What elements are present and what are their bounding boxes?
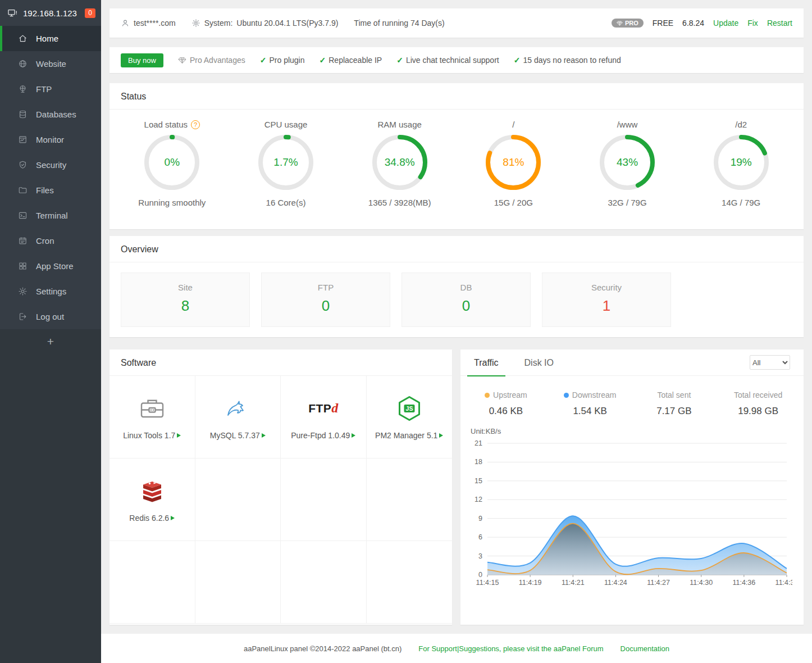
traffic-stats: Upstream0.46 KBDownstream1.54 KBTotal se…	[460, 376, 804, 418]
sidebar-item-terminal[interactable]: Terminal	[0, 203, 101, 228]
mysql-icon	[224, 394, 251, 423]
software-cell-empty	[367, 458, 453, 541]
sidebar-item-log-out[interactable]: Log out	[0, 304, 101, 329]
gauge-title: /d2	[735, 120, 747, 129]
support-forum-link[interactable]: For Support|Suggestions, please visit th…	[418, 644, 603, 653]
footer: aaPanelLinux panel ©2014-2022 aaPanel (b…	[101, 634, 812, 663]
topbar-right: PRO FREE 6.8.24 Update Fix Restart	[612, 19, 792, 28]
databases-icon	[18, 110, 28, 119]
promo-feature-replaceable-ip: ✓Replaceable IP	[320, 56, 382, 65]
gauge-sub-label: Running smoothly	[115, 198, 229, 207]
bottom-row: Software Linux Tools 1.7MySQL 5.7.37FTPd…	[110, 349, 804, 625]
software-item-label: MySQL 5.7.37	[210, 431, 260, 440]
sidebar-item-ftp[interactable]: FTP	[0, 76, 101, 102]
fix-link[interactable]: Fix	[747, 19, 758, 28]
software-item-label: Redis 6.2.6	[129, 514, 169, 523]
add-shortcut-button[interactable]: +	[0, 329, 101, 354]
traffic-range-select[interactable]: All	[750, 355, 790, 370]
server-ip: 192.168.1.123	[23, 8, 77, 18]
gauge-: /81%15G / 20G	[457, 120, 571, 207]
message-count-badge[interactable]: 0	[85, 8, 95, 18]
software-cell-empty	[110, 541, 195, 624]
software-title: Software	[110, 349, 452, 376]
overview-card-security[interactable]: Security1	[542, 273, 671, 327]
sidebar-item-security[interactable]: Security	[0, 152, 101, 178]
gauge-percent: 81%	[485, 134, 541, 190]
traffic-stat-downstream: Downstream1.54 KB	[548, 390, 632, 417]
gauge-percent: 34.8%	[372, 134, 428, 190]
pro-badge[interactable]: PRO	[612, 19, 644, 28]
restart-link[interactable]: Restart	[767, 19, 792, 28]
software-item-label: PM2 Manager 5.1	[375, 431, 437, 440]
gauge-percent: 1.7%	[258, 134, 314, 190]
svg-text:11:4:15: 11:4:15	[476, 579, 499, 587]
sidebar-item-website[interactable]: Website	[0, 51, 101, 76]
home-icon	[18, 34, 28, 43]
play-icon	[352, 433, 355, 438]
sidebar-item-app-store[interactable]: App Store	[0, 253, 101, 279]
overview-card-value: 0	[262, 297, 390, 315]
sidebar-item-cron[interactable]: Cron	[0, 228, 101, 253]
gauge-ring: 81%	[485, 134, 541, 190]
tab-disk-io[interactable]: Disk IO	[518, 349, 560, 376]
play-icon	[177, 433, 181, 438]
status-gauges: Load status?0%Running smoothlyCPU usage1…	[110, 110, 804, 207]
sidebar-item-files[interactable]: Files	[0, 178, 101, 203]
software-section: Software Linux Tools 1.7MySQL 5.7.37FTPd…	[110, 349, 452, 625]
overview-section: Overview Site8FTP0DB0Security1	[110, 236, 804, 337]
sidebar-item-label: Monitor	[36, 135, 64, 144]
sidebar-item-databases[interactable]: Databases	[0, 102, 101, 127]
check-icon: ✓	[396, 56, 403, 65]
sidebar-item-label: Website	[36, 59, 66, 69]
gauge-sub-label: 15G / 20G	[457, 198, 571, 207]
gem-icon	[178, 56, 186, 65]
gauge-sub-label: 1365 / 3928(MB)	[343, 198, 457, 207]
stat-label: Total sent	[657, 390, 691, 399]
gauge-ring: 1.7%	[258, 134, 314, 190]
traffic-stat-total-received: Total received19.98 GB	[716, 390, 800, 417]
svg-text:JS: JS	[405, 405, 413, 411]
chart-unit-label: Unit:KB/s	[471, 427, 804, 435]
pm2-icon: JS	[396, 394, 423, 423]
sidebar-header[interactable]: 192.168.1.123 0	[0, 0, 101, 26]
sidebar-item-label: FTP	[36, 84, 52, 94]
sidebar-item-label: Databases	[36, 110, 76, 119]
stat-label: Downstream	[572, 390, 617, 399]
copyright-text: aaPanelLinux panel ©2014-2022 aaPanel (b…	[244, 644, 402, 653]
pro-advantages[interactable]: Pro Advantages	[178, 56, 245, 65]
top-bar: test****.com System: Ubuntu 20.04.1 LTS(…	[110, 8, 804, 38]
buy-now-button[interactable]: Buy now	[121, 53, 163, 67]
gauge-title: RAM usage	[377, 120, 421, 129]
software-item-mysql-5-7-37[interactable]: MySQL 5.7.37	[195, 376, 281, 458]
documentation-link[interactable]: Documentation	[621, 644, 669, 653]
software-item-pm2-manager-5-1[interactable]: JSPM2 Manager 5.1	[367, 376, 453, 458]
tab-traffic[interactable]: Traffic	[467, 349, 505, 376]
sidebar-item-home[interactable]: Home	[0, 26, 101, 51]
help-icon[interactable]: ?	[191, 120, 200, 129]
sidebar-item-label: Security	[36, 160, 66, 170]
update-link[interactable]: Update	[713, 19, 738, 28]
account-domain[interactable]: test****.com	[121, 19, 176, 28]
software-item-linux-tools-1-7[interactable]: Linux Tools 1.7	[110, 376, 195, 458]
sidebar-item-label: Log out	[36, 312, 64, 321]
legend-dot	[485, 393, 490, 398]
software-item-redis-6-2-6[interactable]: Redis 6.2.6	[110, 458, 195, 541]
overview-card-db[interactable]: DB0	[402, 273, 531, 327]
promo-feature-pro-plugin: ✓Pro plugin	[260, 56, 305, 65]
svg-text:11:4:24: 11:4:24	[604, 579, 627, 587]
overview-card-site[interactable]: Site8	[121, 273, 250, 327]
traffic-section: TrafficDisk IOAll Upstream0.46 KBDownstr…	[460, 349, 804, 625]
svg-text:6: 6	[478, 533, 482, 541]
sidebar-nav: HomeWebsiteFTPDatabasesMonitorSecurityFi…	[0, 26, 101, 329]
overview-card-ftp[interactable]: FTP0	[261, 273, 390, 327]
play-icon	[439, 433, 443, 438]
gauge-ring: 19%	[713, 134, 769, 190]
sidebar-item-settings[interactable]: Settings	[0, 279, 101, 304]
gauge-percent: 19%	[713, 134, 769, 190]
sidebar-item-monitor[interactable]: Monitor	[0, 127, 101, 152]
logout-icon	[18, 312, 28, 321]
gauge-cpu-usage: CPU usage1.7%16 Core(s)	[229, 120, 343, 207]
app-root: 192.168.1.123 0 HomeWebsiteFTPDatabasesM…	[0, 0, 812, 663]
sidebar-item-label: Home	[36, 34, 58, 43]
software-item-pure-ftpd-1-0-49[interactable]: FTPdPure-Ftpd 1.0.49	[281, 376, 367, 458]
